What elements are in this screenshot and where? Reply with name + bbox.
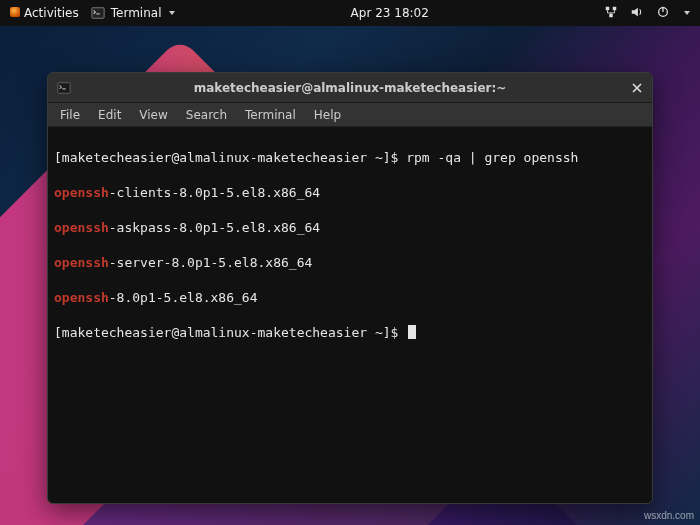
svg-rect-6 [58, 82, 70, 93]
window-titlebar[interactable]: maketecheasier@almalinux-maketecheasier:… [48, 73, 652, 103]
terminal-output[interactable]: [maketecheasier@almalinux-maketecheasier… [48, 127, 652, 503]
window-title: maketecheasier@almalinux-maketecheasier:… [48, 81, 652, 95]
terminal-line: openssh-server-8.0p1-5.el8.x86_64 [54, 254, 646, 272]
network-icon[interactable] [604, 5, 618, 22]
chevron-down-icon [169, 11, 175, 15]
terminal-window: maketecheasier@almalinux-maketecheasier:… [47, 72, 653, 504]
close-icon [632, 83, 642, 93]
menu-file[interactable]: File [52, 106, 88, 124]
terminal-line: openssh-askpass-8.0p1-5.el8.x86_64 [54, 219, 646, 237]
cursor [408, 325, 416, 339]
power-icon[interactable] [656, 5, 670, 22]
terminal-line: openssh-clients-8.0p1-5.el8.x86_64 [54, 184, 646, 202]
svg-rect-1 [606, 6, 610, 10]
menu-edit[interactable]: Edit [90, 106, 129, 124]
terminal-line: [maketecheasier@almalinux-maketecheasier… [54, 324, 646, 342]
clock[interactable]: Apr 23 18:02 [189, 6, 590, 20]
terminal-icon [52, 81, 76, 95]
watermark: wsxdn.com [644, 510, 694, 521]
chevron-down-icon [684, 11, 690, 15]
svg-rect-3 [609, 13, 613, 17]
activities-icon [10, 7, 20, 17]
svg-rect-2 [613, 6, 617, 10]
svg-rect-0 [92, 8, 104, 19]
terminal-line: openssh-8.0p1-5.el8.x86_64 [54, 289, 646, 307]
volume-icon[interactable] [630, 5, 644, 22]
gnome-top-bar: Activities Terminal Apr 23 18:02 [0, 0, 700, 26]
close-button[interactable] [622, 73, 652, 103]
activities-button[interactable]: Activities [10, 6, 79, 20]
menu-terminal[interactable]: Terminal [237, 106, 304, 124]
menu-view[interactable]: View [131, 106, 175, 124]
app-menu[interactable]: Terminal [91, 6, 176, 20]
terminal-icon [91, 6, 105, 20]
menu-search[interactable]: Search [178, 106, 235, 124]
menu-bar: File Edit View Search Terminal Help [48, 103, 652, 127]
terminal-line: [maketecheasier@almalinux-maketecheasier… [54, 149, 646, 167]
menu-help[interactable]: Help [306, 106, 349, 124]
